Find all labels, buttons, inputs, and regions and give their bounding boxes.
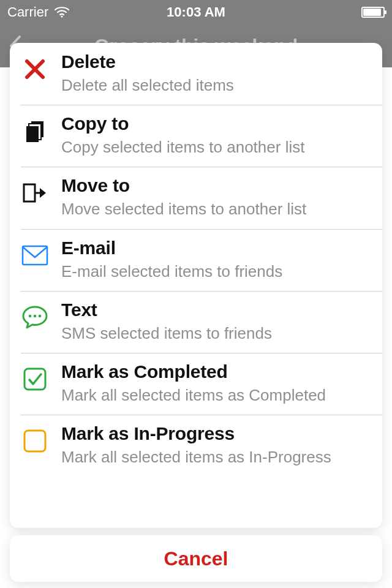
action-delete[interactable]: Delete Delete all selected items [10, 43, 382, 105]
action-subtitle: Delete all selected items [61, 76, 371, 95]
action-title: Mark as In-Progress [61, 423, 371, 444]
action-subtitle: E-mail selected items to friends [61, 262, 371, 281]
email-icon [21, 241, 49, 270]
text-icon [21, 303, 49, 331]
action-subtitle: Mark all selected items as In-Progress [61, 448, 371, 467]
checkbox-checked-icon [21, 365, 49, 393]
action-subtitle: SMS selected items to friends [61, 324, 371, 343]
action-copy-to[interactable]: Copy to Copy selected items to another l… [10, 105, 382, 167]
svg-rect-12 [24, 369, 45, 390]
action-mark-completed[interactable]: Mark as Completed Mark all selected item… [10, 353, 382, 415]
action-title: Mark as Completed [61, 361, 371, 382]
delete-icon [21, 55, 49, 83]
action-text[interactable]: Text SMS selected items to friends [10, 291, 382, 353]
action-move-to[interactable]: Move to Move selected items to another l… [10, 167, 382, 228]
move-icon [21, 179, 49, 207]
svg-rect-13 [24, 431, 45, 451]
action-mark-in-progress[interactable]: Mark as In-Progress Mark all selected it… [10, 415, 382, 477]
svg-point-11 [39, 314, 42, 317]
action-subtitle: Move selected items to another list [61, 200, 371, 219]
svg-rect-6 [26, 126, 39, 142]
action-title: E-mail [61, 238, 371, 258]
cancel-button[interactable]: Cancel [10, 535, 382, 582]
action-sheet: Delete Delete all selected items Copy to… [10, 43, 382, 582]
action-subtitle: Copy selected items to another list [61, 138, 371, 157]
action-title: Delete [61, 51, 371, 72]
action-email[interactable]: E-mail E-mail selected items to friends [10, 229, 382, 291]
action-title: Move to [61, 175, 371, 196]
svg-point-10 [34, 314, 37, 317]
copy-icon [21, 117, 49, 145]
svg-rect-8 [23, 246, 47, 265]
action-title: Copy to [61, 113, 371, 134]
svg-point-9 [29, 314, 32, 317]
checkbox-empty-icon [21, 427, 49, 455]
action-subtitle: Mark all selected items as Completed [61, 386, 371, 405]
action-title: Text [61, 300, 371, 320]
svg-rect-7 [24, 184, 35, 202]
